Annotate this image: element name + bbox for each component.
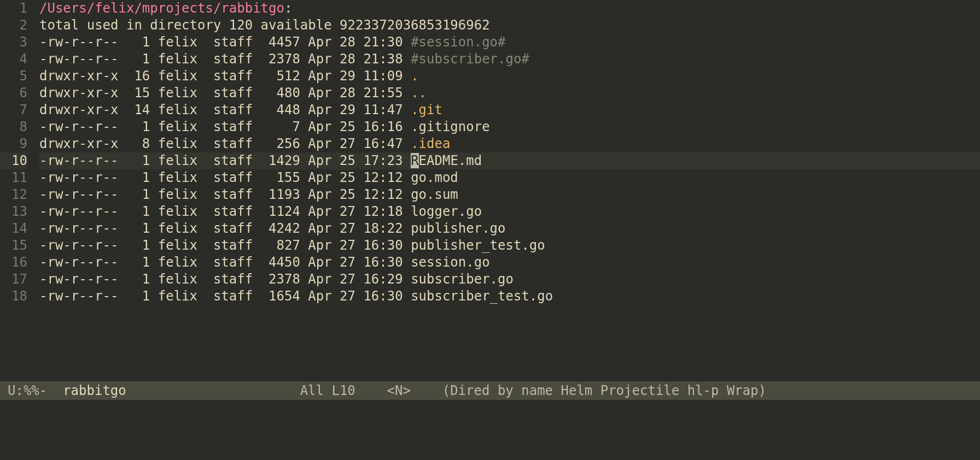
line-number: 5 — [0, 68, 27, 85]
dired-entry-meta: -rw-r--r-- 1 felix staff 4457 Apr 28 21:… — [39, 34, 411, 50]
dired-entry-name[interactable]: .idea — [411, 136, 450, 151]
line-number: 15 — [0, 237, 27, 254]
dired-entry-name[interactable]: #subscriber.go# — [411, 51, 529, 67]
line-number: 9 — [0, 135, 27, 152]
dired-entry[interactable]: -rw-r--r-- 1 felix staff 1429 Apr 25 17:… — [39, 152, 980, 169]
dired-entry[interactable]: -rw-r--r-- 1 felix staff 827 Apr 27 16:3… — [39, 237, 980, 254]
dired-entry[interactable]: drwxr-xr-x 14 felix staff 448 Apr 29 11:… — [39, 102, 980, 119]
modeline-buffer-name: rabbitgo — [63, 381, 126, 400]
dired-entry-meta: -rw-r--r-- 1 felix staff 1124 Apr 27 12:… — [39, 204, 411, 219]
dired-entry-name[interactable]: publisher.go — [411, 221, 505, 236]
dired-entry-meta: -rw-r--r-- 1 felix staff 1429 Apr 25 17:… — [39, 153, 411, 168]
dired-entry[interactable]: -rw-r--r-- 1 felix staff 2378 Apr 27 16:… — [39, 271, 980, 288]
dired-entry-meta: -rw-r--r-- 1 felix staff 4242 Apr 27 18:… — [39, 221, 411, 236]
dired-entry-meta: drwxr-xr-x 8 felix staff 256 Apr 27 16:4… — [39, 136, 411, 151]
dired-entry[interactable]: -rw-r--r-- 1 felix staff 1193 Apr 25 12:… — [39, 186, 980, 203]
line-number: 11 — [0, 169, 27, 186]
dired-entry-name[interactable]: README.md — [411, 153, 482, 168]
dired-entry-meta: drwxr-xr-x 15 felix staff 480 Apr 28 21:… — [39, 85, 411, 101]
dired-entry-name[interactable]: subscriber.go — [411, 272, 514, 287]
dired-entry[interactable]: -rw-r--r-- 1 felix staff 4450 Apr 27 16:… — [39, 254, 980, 271]
line-number: 1 — [0, 0, 27, 17]
line-number: 14 — [0, 220, 27, 237]
dired-entry[interactable]: -rw-r--r-- 1 felix staff 155 Apr 25 12:1… — [39, 169, 980, 186]
dired-entry-meta: -rw-r--r-- 1 felix staff 7 Apr 25 16:16 — [39, 119, 411, 134]
line-number: 8 — [0, 119, 27, 135]
dired-buffer[interactable]: 123456789101112131415161718 /Users/felix… — [0, 0, 980, 381]
dired-entry[interactable]: -rw-r--r-- 1 felix staff 2378 Apr 28 21:… — [39, 51, 980, 68]
modeline-gap1 — [126, 381, 300, 400]
dired-entry-meta: -rw-r--r-- 1 felix staff 155 Apr 25 12:1… — [39, 170, 411, 185]
line-number: 12 — [0, 186, 27, 203]
modeline-modes: (Dired by name Helm Projectile hl-p Wrap… — [442, 381, 766, 400]
line-number: 2 — [0, 17, 27, 34]
line-number: 16 — [0, 254, 27, 271]
modeline: U:%%- rabbitgo All L10 <N> (Dired by nam… — [0, 381, 980, 400]
dired-entry-name[interactable]: .git — [411, 102, 442, 117]
line-number-gutter: 123456789101112131415161718 — [0, 0, 32, 381]
dired-entry-meta: -rw-r--r-- 1 felix staff 1654 Apr 27 16:… — [39, 288, 411, 304]
modeline-gap3 — [411, 381, 442, 400]
dired-header-totals: total used in directory 120 available 92… — [39, 17, 980, 34]
dired-entry-meta: drwxr-xr-x 16 felix staff 512 Apr 29 11:… — [39, 68, 411, 84]
dired-entry[interactable]: -rw-r--r-- 1 felix staff 4457 Apr 28 21:… — [39, 34, 980, 51]
line-number: 3 — [0, 34, 27, 51]
line-number: 7 — [0, 102, 27, 119]
minibuffer[interactable] — [0, 400, 980, 460]
modeline-spacer — [47, 381, 63, 400]
dired-entry-meta: -rw-r--r-- 1 felix staff 4450 Apr 27 16:… — [39, 255, 411, 270]
dired-entry[interactable]: -rw-r--r-- 1 felix staff 7 Apr 25 16:16 … — [39, 119, 980, 135]
dired-entry[interactable]: -rw-r--r-- 1 felix staff 1654 Apr 27 16:… — [39, 288, 980, 305]
dired-entry-name[interactable]: go.mod — [411, 170, 458, 185]
dired-entry[interactable]: drwxr-xr-x 15 felix staff 480 Apr 28 21:… — [39, 85, 980, 102]
line-number: 18 — [0, 288, 27, 305]
dired-entry[interactable]: -rw-r--r-- 1 felix staff 1124 Apr 27 12:… — [39, 203, 980, 220]
dired-entry-meta: -rw-r--r-- 1 felix staff 1193 Apr 25 12:… — [39, 187, 411, 202]
modeline-evil-state: <N> — [387, 381, 411, 400]
dired-entry-meta: -rw-r--r-- 1 felix staff 2378 Apr 27 16:… — [39, 272, 411, 287]
dired-content[interactable]: /Users/felix/mprojects/rabbitgo:total us… — [32, 0, 980, 381]
dired-entry-name[interactable]: session.go — [411, 255, 490, 270]
emacs-editor: 123456789101112131415161718 /Users/felix… — [0, 0, 980, 460]
modeline-position: All L10 — [300, 381, 355, 400]
dired-entry[interactable]: drwxr-xr-x 8 felix staff 256 Apr 27 16:4… — [39, 135, 980, 152]
dired-entry-name[interactable]: #session.go# — [411, 34, 505, 50]
dired-entry-name[interactable]: go.sum — [411, 187, 458, 202]
text-cursor: R — [411, 153, 418, 168]
line-number: 17 — [0, 271, 27, 288]
dired-entry-meta: -rw-r--r-- 1 felix staff 827 Apr 27 16:3… — [39, 238, 411, 253]
dired-entry-name[interactable]: .. — [411, 85, 427, 101]
dired-entry-meta: -rw-r--r-- 1 felix staff 2378 Apr 28 21:… — [39, 51, 411, 67]
line-number: 4 — [0, 51, 27, 68]
dired-entry-name[interactable]: subscriber_test.go — [411, 288, 553, 304]
dired-entry-meta: drwxr-xr-x 14 felix staff 448 Apr 29 11:… — [39, 102, 411, 117]
modeline-flags: U:%%- — [8, 381, 47, 400]
line-number: 6 — [0, 85, 27, 102]
dired-entry[interactable]: -rw-r--r-- 1 felix staff 4242 Apr 27 18:… — [39, 220, 980, 237]
dired-entry[interactable]: drwxr-xr-x 16 felix staff 512 Apr 29 11:… — [39, 68, 980, 85]
modeline-gap2 — [355, 381, 387, 400]
dired-header-path: /Users/felix/mprojects/rabbitgo: — [39, 0, 980, 17]
dired-entry-name[interactable]: . — [411, 68, 418, 84]
line-number: 10 — [0, 152, 27, 169]
line-number: 13 — [0, 203, 27, 220]
dired-entry-name[interactable]: .gitignore — [411, 119, 490, 134]
dired-entry-name[interactable]: logger.go — [411, 204, 482, 219]
dired-entry-name[interactable]: publisher_test.go — [411, 238, 545, 253]
